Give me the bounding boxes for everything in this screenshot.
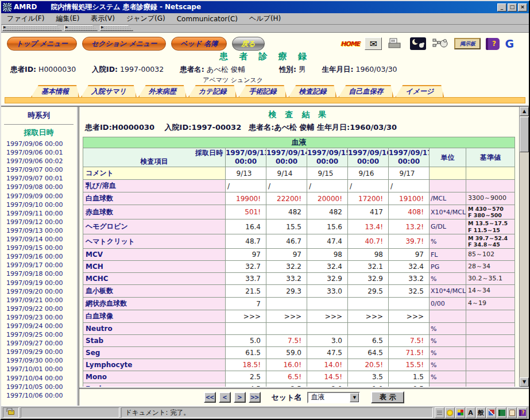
reference-cell xyxy=(466,335,515,347)
table-row: ヘマトクリット48.746.747.440.7!39.7!%M 39.7～52.… xyxy=(83,234,515,248)
help-book-icon[interactable]: ? xyxy=(486,38,500,50)
sidebar-date-item[interactable]: 1997/09/11 00:00 xyxy=(1,209,76,218)
bed-roster-button[interactable]: ベッド 名簿 xyxy=(171,37,227,51)
sidebar-date-item[interactable]: 1997/09/18 00:00 xyxy=(1,269,76,278)
scroll-down-icon[interactable]: ▼ xyxy=(520,377,529,387)
tab-surgery-record[interactable]: 手術記録 xyxy=(238,85,287,97)
sidebar-divider xyxy=(4,124,73,125)
scroll-up-icon[interactable]: ▲ xyxy=(520,107,529,116)
sidebar-date-item[interactable]: 1997/09/19 00:00 xyxy=(1,279,76,287)
section-menu-button[interactable]: セクション メニュー xyxy=(82,37,166,51)
sidebar-date-item[interactable]: 1997/09/21 00:00 xyxy=(1,296,76,305)
status-message: ドキュメント: 完了。 xyxy=(121,407,433,418)
test-value-cell: >>> xyxy=(348,310,389,323)
set-name-select[interactable]: 血液 ▼ xyxy=(307,392,360,403)
tab-admission-summary[interactable]: 入院サマリ xyxy=(81,85,137,97)
palette-icon[interactable] xyxy=(455,407,465,418)
collapsed-toolbars-strip xyxy=(1,25,529,32)
bulletin-board-icon[interactable]: 掲示板 xyxy=(454,38,481,49)
sex-value: 男 xyxy=(299,65,306,74)
set-name-label: セット名 xyxy=(272,392,302,403)
toolbar-handle-navigation[interactable] xyxy=(2,25,62,31)
sidebar-date-item[interactable]: 1997/09/29 00:00 xyxy=(1,348,76,356)
maximize-button[interactable]: □ xyxy=(508,3,517,11)
ime-tools-icon[interactable] xyxy=(486,407,496,418)
sidebar-date-item[interactable]: 1997/09/06 00:01 xyxy=(1,148,76,157)
menu-communicator[interactable]: Communicator(C) xyxy=(177,15,238,23)
toolbar-handle-location[interactable] xyxy=(64,25,98,31)
test-value-cell: 16.0! xyxy=(266,359,307,371)
sidebar-date-item[interactable]: 1997/09/15 00:00 xyxy=(1,244,76,252)
tab-basic-info[interactable]: 基本情報 xyxy=(31,85,79,97)
g-logo-icon[interactable]: G xyxy=(505,38,514,49)
security-segment[interactable] xyxy=(3,407,19,418)
menu-edit[interactable]: 編集(E) xyxy=(56,14,79,24)
ime-pad-icon[interactable] xyxy=(507,407,517,418)
ime-mode-han[interactable]: 般 xyxy=(476,407,486,418)
unit-cell: X10*4/MCL xyxy=(430,205,466,219)
sidebar-date-item[interactable]: 1997/09/07 00:00 xyxy=(1,165,76,174)
test-value-cell: 32.9 xyxy=(348,273,389,285)
sidebar-date-item[interactable]: 1997/10/04 00:00 xyxy=(1,374,76,383)
tab-autologous-blood[interactable]: 自己血保存 xyxy=(338,85,393,97)
prev-page-button[interactable]: < xyxy=(219,392,231,403)
top-menu-button[interactable]: トップ メニュー xyxy=(7,37,77,51)
lines-icon[interactable] xyxy=(435,407,444,418)
tab-cath-record[interactable]: カテ記録 xyxy=(188,85,237,97)
close-button[interactable]: × xyxy=(518,3,527,11)
minimize-button[interactable]: _ xyxy=(497,3,506,11)
night-icon[interactable] xyxy=(409,37,427,50)
test-value-cell: 71.5! xyxy=(389,347,430,359)
sidebar-date-item[interactable]: 1997/10/01 00:00 xyxy=(1,365,76,373)
print-icon[interactable] xyxy=(387,37,404,50)
sidebar-date-item[interactable]: 1997/10/06 00:00 xyxy=(1,391,76,400)
sidebar-date-item[interactable]: 1997/09/09 00:00 xyxy=(1,192,76,201)
gear-icon[interactable] xyxy=(445,407,455,418)
menu-view[interactable]: 表示(V) xyxy=(91,14,115,24)
scrollbar-thumb[interactable] xyxy=(520,117,529,152)
tab-outpatient-history[interactable]: 外来病歴 xyxy=(138,85,187,97)
test-value-cell: / xyxy=(389,180,430,192)
back-button[interactable]: 戻る xyxy=(232,37,264,51)
sidebar-date-item[interactable]: 1997/09/08 00:00 xyxy=(1,183,76,191)
sidebar-date-item[interactable]: 1997/09/25 00:00 xyxy=(1,330,76,339)
last-page-button[interactable]: >> xyxy=(249,392,261,403)
table-row: 白血球像>>>>>>>>>>>>>>> xyxy=(83,310,515,323)
sidebar-date-item[interactable]: 1997/09/12 00:00 xyxy=(1,218,76,226)
home-icon[interactable]: HOME xyxy=(341,40,359,48)
select-dropdown-icon[interactable]: ▼ xyxy=(350,393,359,402)
sidebar-date-item[interactable]: 1997/09/27 00:00 xyxy=(1,339,76,348)
ime-help-icon[interactable]: ? xyxy=(517,407,527,418)
sidebar-date-item[interactable]: 1997/09/30 00:00 xyxy=(1,356,76,365)
network-icon[interactable] xyxy=(432,37,449,50)
show-button[interactable]: 表 示 xyxy=(371,391,404,403)
mail-icon[interactable]: ✉ xyxy=(365,37,382,50)
menu-go[interactable]: ジャンプ(G) xyxy=(126,14,165,24)
ime-mode-a[interactable]: A xyxy=(466,407,475,418)
tab-test-record[interactable]: 検査記録 xyxy=(288,85,336,97)
tab-image[interactable]: イメージ xyxy=(395,85,444,97)
next-page-button[interactable]: > xyxy=(234,392,246,403)
ime-dict-icon[interactable] xyxy=(497,407,506,418)
main-scrollbar[interactable]: ▲ ▼ xyxy=(519,107,529,387)
first-page-button[interactable]: << xyxy=(204,392,216,403)
toolbar-handle-personal[interactable] xyxy=(100,25,133,31)
sidebar-date-item[interactable]: 1997/09/07 00:01 xyxy=(1,174,76,183)
sidebar-date-item[interactable]: 1997/09/16 00:00 xyxy=(1,252,76,261)
test-value-cell: 417 xyxy=(348,205,389,219)
sidebar-date-item[interactable]: 1997/09/06 00:00 xyxy=(1,140,76,148)
sidebar-date-item[interactable]: 1997/09/10 00:00 xyxy=(1,201,76,209)
sidebar-date-item[interactable]: 1997/09/22 00:00 xyxy=(1,305,76,313)
sidebar-date-item[interactable]: 1997/09/23 00:00 xyxy=(1,313,76,322)
menu-help[interactable]: ヘルプ(H) xyxy=(249,14,281,24)
test-value-cell: / xyxy=(348,180,389,192)
sidebar-date-item[interactable]: 1997/09/24 00:00 xyxy=(1,322,76,330)
sidebar-date-item[interactable]: 1997/09/20 00:00 xyxy=(1,287,76,296)
sidebar-date-item[interactable]: 1997/09/13 00:00 xyxy=(1,226,76,235)
test-value-cell: / xyxy=(226,180,266,192)
sidebar-date-item[interactable]: 1997/09/17 00:00 xyxy=(1,261,76,269)
sidebar-date-item[interactable]: 1997/09/06 00:02 xyxy=(1,157,76,165)
sidebar-date-item[interactable]: 1997/09/14 00:00 xyxy=(1,235,76,244)
sidebar-date-item[interactable]: 1997/10/05 00:00 xyxy=(1,383,76,391)
menu-file[interactable]: ファイル(F) xyxy=(7,14,44,24)
